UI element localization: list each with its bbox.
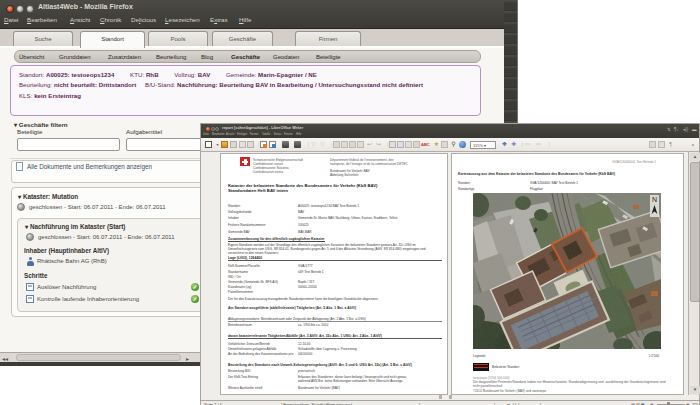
svg-text:N: N [652,196,657,203]
